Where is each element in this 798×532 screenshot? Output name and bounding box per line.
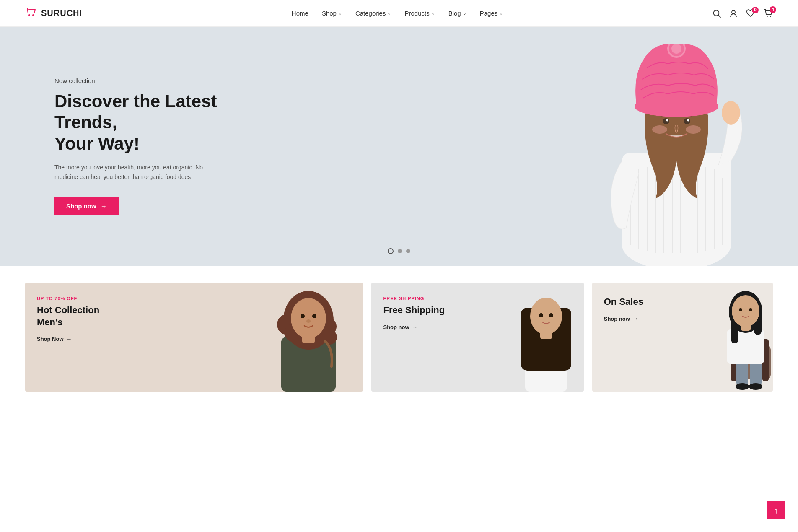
- brand-name: SURUCHI: [41, 8, 82, 18]
- svg-rect-52: [540, 331, 552, 339]
- nav-categories[interactable]: Categories ⌄: [355, 10, 391, 17]
- svg-line-3: [718, 15, 720, 17]
- promo-hot-person-image: [262, 293, 355, 392]
- promo-shipping-label: FREE SHIPPING: [383, 296, 445, 301]
- promo-hot-cta-label: Shop Now: [37, 336, 64, 342]
- nav-shop[interactable]: Shop ⌄: [322, 10, 342, 17]
- svg-point-40: [291, 298, 326, 338]
- svg-point-25: [684, 118, 690, 124]
- promo-hot-title-line1: Hot Collection: [37, 305, 99, 315]
- nav-products-chevron: ⌄: [431, 10, 435, 16]
- promo-shipping-cta-label: Shop now: [383, 324, 409, 330]
- svg-point-51: [549, 313, 553, 317]
- promo-hot-cta[interactable]: Shop Now →: [37, 336, 72, 343]
- main-nav: Home Shop ⌄ Categories ⌄ Products ⌄ Blog…: [292, 10, 503, 17]
- svg-point-26: [666, 119, 668, 122]
- nav-pages-chevron: ⌄: [499, 10, 503, 16]
- svg-rect-48: [521, 312, 529, 362]
- wishlist-badge: 0: [752, 7, 759, 13]
- promo-hot-title-line2: Men's: [37, 317, 62, 327]
- nav-shop-chevron: ⌄: [338, 10, 342, 16]
- svg-rect-8: [622, 153, 731, 253]
- promo-shipping-title-line1: Free Shipping: [383, 305, 445, 315]
- svg-point-65: [739, 308, 742, 311]
- nav-pages[interactable]: Pages ⌄: [480, 10, 503, 17]
- promo-sales-cta-label: Shop now: [604, 316, 630, 322]
- hero-cta-label: Shop now: [66, 202, 96, 210]
- svg-point-42: [312, 314, 316, 318]
- nav-categories-chevron: ⌄: [387, 10, 391, 16]
- svg-point-43: [306, 319, 311, 323]
- search-button[interactable]: [712, 9, 721, 18]
- carousel-dot-3[interactable]: [406, 249, 410, 253]
- svg-rect-44: [302, 333, 315, 343]
- promo-card-hot-content: UP TO 70% OFF Hot Collection Men's Shop …: [37, 296, 99, 343]
- promo-shipping-person-image: [513, 293, 580, 392]
- promo-card-shipping-content: FREE SHIPPING Free Shipping Shop now →: [383, 296, 445, 331]
- promo-shipping-cta[interactable]: Shop now →: [383, 324, 417, 330]
- svg-point-33: [671, 44, 681, 54]
- svg-point-1: [32, 14, 34, 16]
- svg-point-27: [687, 119, 689, 122]
- nav-blog-label: Blog: [448, 10, 461, 17]
- svg-point-21: [722, 101, 740, 125]
- nav-home[interactable]: Home: [292, 10, 308, 17]
- nav-blog[interactable]: Blog ⌄: [448, 10, 466, 17]
- promo-hot-cta-arrow: →: [66, 336, 72, 343]
- carousel-dot-1[interactable]: [388, 248, 394, 254]
- svg-point-5: [767, 16, 768, 17]
- promo-hot-title: Hot Collection Men's: [37, 304, 99, 328]
- svg-point-66: [749, 308, 752, 311]
- nav-home-label: Home: [292, 10, 308, 17]
- hero-cta-button[interactable]: Shop now →: [54, 197, 119, 215]
- brand-logo[interactable]: SURUCHI: [25, 7, 82, 20]
- svg-point-41: [301, 314, 305, 318]
- promo-sales-cta[interactable]: Shop now →: [604, 315, 638, 322]
- promo-sales-title: On Sales: [604, 296, 643, 308]
- promo-shipping-title: Free Shipping: [383, 304, 445, 317]
- header: SURUCHI Home Shop ⌄ Categories ⌄ Product…: [0, 0, 798, 27]
- carousel-dot-2[interactable]: [398, 249, 402, 253]
- svg-point-47: [530, 298, 562, 335]
- hero-image: [588, 27, 764, 266]
- hero-title: Discover the Latest Trends, Your Way!: [54, 91, 222, 154]
- svg-rect-67: [741, 323, 751, 331]
- logo-icon: [25, 7, 37, 20]
- wishlist-button[interactable]: 0: [746, 9, 755, 18]
- svg-point-28: [652, 125, 667, 134]
- cart-button[interactable]: 4: [764, 9, 773, 18]
- svg-point-4: [732, 10, 735, 14]
- svg-point-59: [749, 383, 762, 390]
- svg-point-58: [736, 383, 749, 390]
- hero-title-line1: Discover the Latest Trends,: [54, 91, 217, 132]
- hero-section: New collection Discover the Latest Trend…: [0, 27, 798, 266]
- promo-card-on-sales[interactable]: On Sales Shop now →: [592, 283, 773, 392]
- carousel-dots: [388, 248, 410, 254]
- hero-subtitle: New collection: [54, 77, 222, 84]
- nav-products[interactable]: Products ⌄: [404, 10, 435, 17]
- nav-pages-label: Pages: [480, 10, 498, 17]
- svg-point-6: [770, 16, 771, 17]
- promo-card-sales-content: On Sales Shop now →: [604, 296, 643, 322]
- nav-products-label: Products: [404, 10, 429, 17]
- cart-badge: 4: [770, 6, 776, 13]
- promo-sales-person-image: [708, 293, 771, 392]
- nav-categories-label: Categories: [355, 10, 386, 17]
- promo-shipping-cta-arrow: →: [412, 324, 418, 330]
- hero-title-line2: Your Way!: [54, 134, 140, 153]
- account-button[interactable]: [729, 9, 738, 18]
- svg-point-24: [663, 118, 669, 124]
- promo-hot-label: UP TO 70% OFF: [37, 296, 99, 301]
- hero-cta-arrow: →: [101, 202, 107, 210]
- svg-point-39: [322, 330, 337, 345]
- svg-point-50: [539, 313, 543, 317]
- promo-section: UP TO 70% OFF Hot Collection Men's Shop …: [0, 266, 798, 408]
- nav-shop-label: Shop: [322, 10, 337, 17]
- nav-blog-chevron: ⌄: [463, 10, 466, 16]
- hero-description: The more you love your health, more you …: [54, 163, 222, 182]
- promo-card-free-shipping[interactable]: FREE SHIPPING Free Shipping Shop now →: [371, 283, 583, 392]
- svg-point-29: [686, 125, 701, 134]
- svg-rect-49: [563, 312, 571, 362]
- promo-card-hot-collection[interactable]: UP TO 70% OFF Hot Collection Men's Shop …: [25, 283, 363, 392]
- svg-point-64: [732, 295, 759, 327]
